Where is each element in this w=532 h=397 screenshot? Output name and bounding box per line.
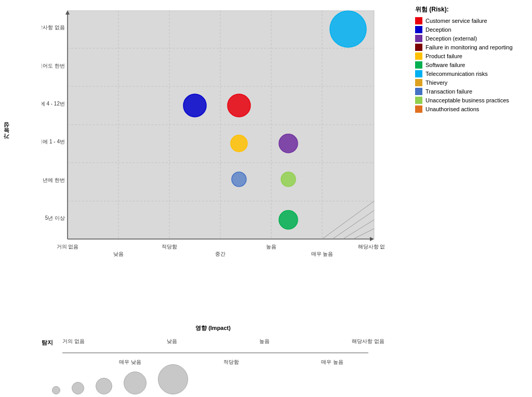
legend-color-unacceptable: [415, 97, 422, 104]
svg-text:1 - 5 년에 한번: 1 - 5 년에 한번: [42, 177, 65, 183]
svg-text:낮음: 낮음: [113, 251, 124, 257]
legend-color-transaction: [415, 88, 422, 95]
legend-item-failure-monitoring: Failure in monitoring and reporting: [415, 44, 527, 51]
legend-color-deception: [415, 26, 422, 33]
legend-label-deception: Deception: [425, 27, 451, 33]
bubble-software[interactable]: [279, 210, 298, 229]
legend-item-thievery: Thievery: [415, 79, 527, 86]
legend-color-software: [415, 61, 422, 69]
legend-label-failure-monitoring: Failure in monitoring and reporting: [425, 44, 513, 50]
legend-item-product: Product failure: [415, 52, 527, 60]
legend-color-unauthorised: [415, 105, 422, 113]
legend-item-unauthorised: Unauthorised actions: [415, 105, 527, 113]
legend-title: 위험 (Risk):: [415, 5, 527, 14]
legend-color-telecom: [415, 70, 422, 77]
bubble-customer-service[interactable]: [228, 94, 250, 117]
svg-text:적당함: 적당함: [162, 244, 177, 249]
detect-scale-area: 탐지 거의 없음 낮음 높음 해당사항 없음: [42, 338, 384, 366]
legend-color-customer-service: [415, 17, 422, 24]
svg-text:매우 높음: 매우 높음: [311, 251, 334, 257]
legend-area: 위험 (Risk): Customer service failure Dece…: [407, 0, 532, 397]
legend-label-telecom: Telecommunication risks: [425, 71, 488, 77]
x-axis-title: 영향 (Impact): [42, 324, 384, 332]
bubble-unacceptable[interactable]: [281, 172, 296, 187]
legend-item-telecom: Telecommunication risks: [415, 70, 527, 77]
svg-text:5년 이상: 5년 이상: [45, 215, 65, 221]
legend-label-software: Software failure: [425, 62, 465, 68]
chart-svg: 해당사항 없음 매 달 적어도 한번 일 년에 4 - 12번 일 년에 1 -…: [42, 10, 384, 260]
y-axis-title: 가능성: [3, 26, 10, 244]
svg-text:일 년에 1 - 4번: 일 년에 1 - 4번: [42, 139, 65, 144]
bubble-telecommunication[interactable]: [330, 11, 366, 47]
bubble-deception[interactable]: [183, 94, 206, 117]
legend-item-transaction: Transaction failure: [415, 88, 527, 95]
legend-label-transaction: Transaction failure: [425, 88, 472, 95]
svg-text:중간: 중간: [215, 251, 225, 257]
legend-item-customer-service: Customer service failure: [415, 17, 527, 24]
legend-item-deception-ext: Deception (external): [415, 35, 527, 42]
legend-label-product: Product failure: [425, 53, 462, 59]
legend-label-unacceptable: Unacceptable business practices: [425, 97, 509, 103]
bubble-size-legend: [52, 364, 188, 394]
legend-label-unauthorised: Unauthorised actions: [425, 106, 479, 112]
detect-label: 탐지: [42, 339, 62, 347]
legend-color-thievery: [415, 79, 422, 86]
bubble-product-failure[interactable]: [231, 135, 247, 152]
svg-text:일 년에 4 - 12번: 일 년에 4 - 12번: [42, 101, 65, 107]
svg-text:매 달 적어도 한번: 매 달 적어도 한번: [42, 63, 65, 69]
legend-color-product: [415, 52, 422, 60]
legend-label-thievery: Thievery: [425, 80, 447, 86]
legend-label-deception-ext: Deception (external): [425, 35, 477, 42]
legend-label-customer-service: Customer service failure: [425, 18, 487, 24]
svg-text:거의 없음: 거의 없음: [57, 244, 79, 249]
svg-text:높음: 높음: [266, 244, 276, 249]
chart-area: 가능성 해당사항 없음 매 달 적어도 한번 일 년에 4 - 1: [0, 0, 407, 397]
bubble-transaction-failure[interactable]: [232, 172, 246, 187]
legend-item-deception: Deception: [415, 26, 527, 33]
legend-color-failure-monitoring: [415, 44, 422, 51]
legend-item-software: Software failure: [415, 61, 527, 69]
svg-text:해당사항 없음: 해당사항 없음: [358, 244, 384, 249]
svg-text:해당사항 없음: 해당사항 없음: [42, 24, 65, 30]
legend-color-deception-ext: [415, 35, 422, 42]
legend-item-unacceptable: Unacceptable business practices: [415, 97, 527, 104]
bubble-deception-external[interactable]: [279, 134, 298, 153]
main-container: 가능성 해당사항 없음 매 달 적어도 한번 일 년에 4 - 1: [0, 0, 532, 397]
